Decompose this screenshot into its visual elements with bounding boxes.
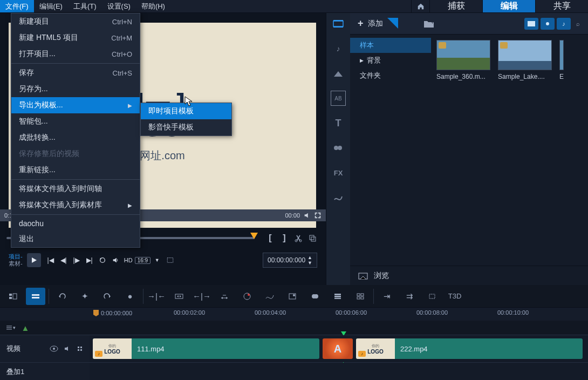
menu-insert-timeline[interactable]: 将媒体文件插入到时间轴 <box>11 181 140 197</box>
visibility-icon[interactable] <box>50 345 58 352</box>
menu-tools[interactable]: 工具(T) <box>68 0 102 12</box>
volume-icon[interactable] <box>303 212 311 219</box>
undo-button[interactable] <box>52 288 72 305</box>
duplicate-button[interactable] <box>307 233 318 243</box>
tab-edit[interactable]: 编辑 <box>482 0 535 12</box>
chroma-button[interactable] <box>283 288 302 305</box>
view-audio-button[interactable]: ♪ <box>557 18 571 30</box>
timeline-ruler[interactable]: 0:00:00:000 00:00:02:00 00:00:04:00 00:0… <box>0 308 588 321</box>
goto-end-button[interactable]: ▶| <box>85 255 94 265</box>
menu-settings[interactable]: 设置(S) <box>102 0 136 12</box>
tab-capture[interactable]: 捕获 <box>429 0 482 12</box>
svg-rect-26 <box>334 294 341 295</box>
motion-button[interactable] <box>260 288 279 305</box>
add-button[interactable]: +添加 <box>350 18 391 29</box>
audio-button[interactable] <box>111 255 120 265</box>
expand-icon[interactable] <box>314 212 322 219</box>
tree-folder[interactable]: 文件夹 <box>350 68 431 83</box>
path-tab-icon[interactable] <box>331 190 346 205</box>
menu-new-html5[interactable]: 新建 HTML5 项目Ctrl+M <box>11 30 140 46</box>
svg-text:+: + <box>431 20 434 25</box>
scroll-button[interactable]: ⇉ <box>400 288 419 305</box>
scrub-playhead[interactable] <box>250 233 258 239</box>
title-tab-icon[interactable]: AB <box>331 91 346 106</box>
menu-file[interactable]: 文件(F) <box>0 0 34 12</box>
search-button[interactable]: ⌕ <box>573 18 583 30</box>
menu-daochu[interactable]: daochu <box>11 216 140 231</box>
timeline-toggle[interactable] <box>26 288 45 305</box>
preview-time-right: 00:00 <box>285 212 300 219</box>
thumb-item[interactable]: E <box>559 40 564 80</box>
video-clip-1[interactable]: 你的LOGO 111.mp4 ♪ <box>93 338 319 359</box>
folder-add-icon[interactable]: + <box>423 19 435 29</box>
browse-button[interactable]: 浏览 <box>374 271 389 281</box>
track-button[interactable] <box>328 288 347 305</box>
mute-icon[interactable] <box>64 345 71 352</box>
home-tab[interactable] <box>411 0 429 12</box>
snap-button[interactable]: →|← <box>147 288 166 305</box>
submenu-instant-project[interactable]: 即时项目模板 <box>141 103 231 119</box>
media-tab-icon[interactable] <box>331 16 346 31</box>
menu-edit[interactable]: 编辑(E) <box>34 0 68 12</box>
tab-share[interactable]: 共享 <box>535 0 588 12</box>
track-add-button[interactable]: ▲ <box>20 323 30 332</box>
menu-relink[interactable]: 重新链接... <box>11 162 140 178</box>
menu-save-trimmed: 保存修整后的视频 <box>11 146 140 162</box>
loop-button[interactable] <box>98 255 107 265</box>
fx-tab-icon[interactable]: FX <box>331 165 346 180</box>
label-project[interactable]: 项目- <box>9 253 23 260</box>
menu-smart-package[interactable]: 智能包... <box>11 113 140 130</box>
text-tab-icon[interactable]: T <box>331 116 346 131</box>
menu-new-project[interactable]: 新建项目Ctrl+N <box>11 13 140 30</box>
menu-export-template[interactable]: 导出为模板...▶ <box>11 97 140 113</box>
tools-button[interactable]: ✦ <box>75 288 94 305</box>
transition-clip[interactable]: A <box>323 338 353 359</box>
menu-insert-library[interactable]: 将媒体文件插入到素材库▶ <box>11 197 140 213</box>
menu-open-project[interactable]: 打开项目...Ctrl+O <box>11 46 140 62</box>
audio-tab-icon[interactable]: ♪ <box>331 41 346 56</box>
menu-save-as[interactable]: 另存为... <box>11 81 140 97</box>
pin-icon[interactable] <box>387 18 398 29</box>
aspect-ratio[interactable]: 16:9 <box>135 257 151 264</box>
fullscreen-button[interactable] <box>165 255 175 265</box>
timecode-display[interactable]: 00:00:00:000▲▼ <box>263 253 317 268</box>
speed-button[interactable] <box>237 288 257 305</box>
lock-icon[interactable] <box>77 345 83 352</box>
menu-exit[interactable]: 退出 <box>11 231 140 247</box>
view-photo-button[interactable] <box>541 18 555 30</box>
next-frame-button[interactable]: |▶ <box>72 255 81 265</box>
redo-button[interactable] <box>98 288 117 305</box>
mark-in-button[interactable]: [ <box>265 233 276 243</box>
multicam-button[interactable] <box>351 288 370 305</box>
mask-button[interactable] <box>305 288 325 305</box>
track-list-button[interactable]: ▾ <box>4 322 16 333</box>
tree-background[interactable]: ▶背景 <box>350 53 431 68</box>
browse-icon <box>358 272 368 280</box>
video-clip-2[interactable]: 你的LOGO 222.mp4 ♪ <box>356 338 583 359</box>
menu-batch-convert[interactable]: 成批转换... <box>11 130 140 146</box>
slip-button[interactable] <box>215 288 234 305</box>
selection-button[interactable] <box>422 288 442 305</box>
storyboard-toggle[interactable] <box>3 288 23 305</box>
tree-sample[interactable]: 样本 <box>350 38 431 53</box>
record-button[interactable]: ● <box>120 288 140 305</box>
submenu-fastflick[interactable]: 影音快手模板 <box>141 119 231 135</box>
scissors-button[interactable] <box>293 233 304 243</box>
view-video-button[interactable] <box>524 18 538 30</box>
goto-start-button[interactable]: |◀ <box>46 255 56 265</box>
menu-save[interactable]: 保存Ctrl+S <box>11 65 140 81</box>
graphic-tab-icon[interactable] <box>331 140 346 155</box>
menu-help[interactable]: 帮助(H) <box>136 0 170 12</box>
mark-out-button[interactable]: ] <box>279 233 290 243</box>
hd-label[interactable]: HD <box>124 255 133 265</box>
play-button[interactable] <box>27 253 41 267</box>
fit-button[interactable] <box>169 288 189 305</box>
thumb-item[interactable]: Sample_Lake.... <box>498 40 552 80</box>
ripple-button[interactable]: ⇥ <box>377 288 396 305</box>
label-clip[interactable]: 素材- <box>9 260 23 267</box>
thumb-item[interactable]: Sample_360.m... <box>436 40 490 80</box>
split-button[interactable]: ←|→ <box>192 288 211 305</box>
3d-title-button[interactable]: T3D <box>445 288 464 305</box>
transition-tab-icon[interactable] <box>331 66 346 81</box>
prev-frame-button[interactable]: ◀| <box>59 255 69 265</box>
